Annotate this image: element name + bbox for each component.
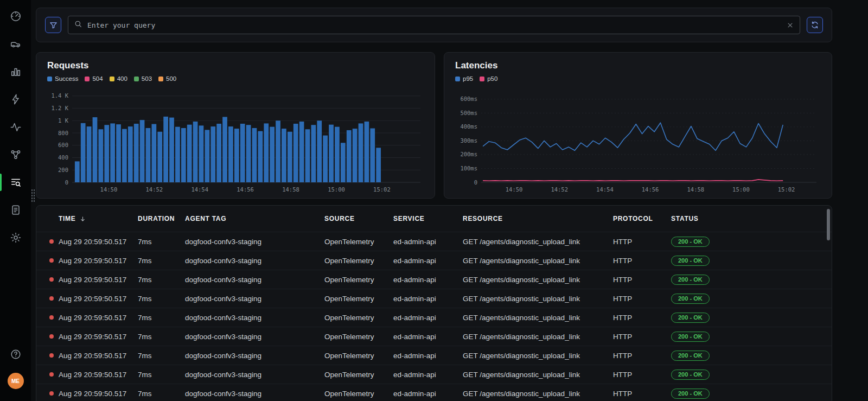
table-scrollbar[interactable] bbox=[827, 209, 830, 240]
legend-label: p50 bbox=[487, 75, 497, 82]
charts-row: Requests Success504400503500 1.4 K1.2 K1… bbox=[36, 52, 832, 199]
table-row[interactable]: Aug 29 20:59:50.5177msdogfood-confv3-sta… bbox=[36, 289, 832, 308]
clear-query-button[interactable] bbox=[786, 21, 794, 29]
cell-value: ed-admin-api bbox=[393, 333, 436, 341]
cell-value: GET /agents/diagnostic_upload_link bbox=[463, 333, 580, 341]
table-row[interactable]: Aug 29 20:59:50.5177msdogfood-confv3-sta… bbox=[36, 251, 832, 270]
column-header-source[interactable]: SOURCE bbox=[324, 215, 393, 222]
cell-value: 7ms bbox=[138, 314, 152, 322]
legend-item-503[interactable]: 503 bbox=[134, 75, 152, 82]
sidebar-item-activity[interactable] bbox=[0, 119, 31, 135]
sidebar-item-gear[interactable] bbox=[0, 230, 31, 245]
sidebar-item-vehicle[interactable] bbox=[0, 36, 31, 52]
service-map-icon bbox=[10, 149, 22, 161]
column-header-protocol[interactable]: PROTOCOL bbox=[613, 215, 671, 222]
table-row[interactable]: Aug 29 20:59:50.5177msdogfood-confv3-sta… bbox=[36, 232, 832, 251]
svg-text:1.4 K: 1.4 K bbox=[51, 92, 68, 99]
requests-legend: Success504400503500 bbox=[47, 75, 424, 82]
sidebar-item-bar-chart[interactable] bbox=[0, 64, 31, 79]
requests-chart[interactable]: 1.4 K1.2 K1 K800600400200014:5014:5214:5… bbox=[47, 87, 425, 195]
requests-chart-panel: Requests Success504400503500 1.4 K1.2 K1… bbox=[36, 52, 435, 199]
sidebar-item-gauge[interactable] bbox=[0, 9, 31, 24]
legend-item-p95[interactable]: p95 bbox=[455, 75, 473, 82]
table-row[interactable]: Aug 29 20:59:50.5177msdogfood-confv3-sta… bbox=[36, 365, 832, 384]
filter-icon bbox=[49, 21, 58, 30]
table-row[interactable]: Aug 29 20:59:50.5177msdogfood-confv3-sta… bbox=[36, 384, 832, 401]
cell-value: HTTP bbox=[613, 390, 632, 398]
requests-chart-title: Requests bbox=[47, 60, 424, 71]
status-badge: 200 - OK bbox=[671, 294, 710, 304]
status-badge: 200 - OK bbox=[671, 313, 710, 323]
sidebar-item-help[interactable] bbox=[0, 347, 31, 362]
logs-icon bbox=[10, 204, 22, 216]
svg-text:200: 200 bbox=[58, 167, 68, 173]
status-dot bbox=[49, 391, 54, 396]
gear-icon bbox=[10, 232, 22, 244]
table-row[interactable]: Aug 29 20:59:50.5177msdogfood-confv3-sta… bbox=[36, 346, 832, 365]
legend-item-p50[interactable]: p50 bbox=[480, 75, 497, 82]
legend-item-500[interactable]: 500 bbox=[158, 75, 176, 82]
cell-time: Aug 29 20:59:50.517 bbox=[59, 276, 126, 284]
table-body: Aug 29 20:59:50.5177msdogfood-confv3-sta… bbox=[36, 232, 832, 401]
refresh-button[interactable] bbox=[807, 17, 823, 33]
latencies-chart-panel: Latencies p95p50 600ms500ms400ms300ms200… bbox=[444, 52, 832, 199]
column-header-service[interactable]: SERVICE bbox=[393, 215, 463, 222]
cell-value: GET /agents/diagnostic_upload_link bbox=[463, 352, 580, 360]
table-row[interactable]: Aug 29 20:59:50.5177msdogfood-confv3-sta… bbox=[36, 327, 832, 346]
svg-text:14:50: 14:50 bbox=[506, 186, 523, 193]
sidebar-item-logs[interactable] bbox=[0, 202, 31, 218]
cell-value: OpenTelemetry bbox=[324, 257, 374, 265]
app-window: ME Requests Succe bbox=[0, 0, 868, 401]
legend-item-504[interactable]: 504 bbox=[85, 75, 103, 82]
status-badge: 200 - OK bbox=[671, 370, 710, 380]
bar-chart-icon bbox=[10, 66, 22, 78]
query-bar bbox=[36, 8, 832, 42]
cell-value: GET /agents/diagnostic_upload_link bbox=[463, 276, 580, 284]
legend-item-success[interactable]: Success bbox=[47, 75, 78, 82]
filter-button[interactable] bbox=[45, 17, 61, 33]
cell-value: HTTP bbox=[613, 352, 632, 360]
sidebar-item-lightning[interactable] bbox=[0, 92, 31, 107]
cell-time: Aug 29 20:59:50.517 bbox=[59, 333, 126, 341]
column-header-time[interactable]: TIME bbox=[49, 215, 138, 222]
sidebar-item-traces[interactable] bbox=[0, 175, 31, 190]
svg-text:800: 800 bbox=[58, 130, 68, 136]
table-row[interactable]: Aug 29 20:59:50.5177msdogfood-confv3-sta… bbox=[36, 270, 832, 289]
legend-item-400[interactable]: 400 bbox=[110, 75, 127, 82]
column-header-status[interactable]: STATUS bbox=[671, 215, 821, 222]
svg-text:500ms: 500ms bbox=[460, 110, 477, 116]
svg-text:15:00: 15:00 bbox=[328, 186, 345, 193]
query-input[interactable] bbox=[87, 21, 781, 29]
avatar[interactable]: ME bbox=[8, 373, 24, 389]
cell-value: OpenTelemetry bbox=[324, 352, 374, 360]
svg-text:14:50: 14:50 bbox=[100, 186, 118, 193]
cell-value: HTTP bbox=[613, 314, 632, 322]
latencies-chart[interactable]: 600ms500ms400ms300ms200ms100ms014:5014:5… bbox=[455, 87, 822, 195]
column-header-agent-tag[interactable]: AGENT TAG bbox=[185, 215, 324, 222]
latencies-legend: p95p50 bbox=[455, 75, 821, 82]
vehicle-icon bbox=[10, 38, 22, 50]
cell-value: ed-admin-api bbox=[393, 371, 436, 379]
legend-label: 503 bbox=[142, 75, 152, 82]
cell-value: ed-admin-api bbox=[393, 352, 436, 360]
status-badge: 200 - OK bbox=[671, 256, 710, 266]
sidebar-item-service-map[interactable] bbox=[0, 147, 31, 162]
cell-value: 7ms bbox=[138, 238, 152, 246]
gauge-icon bbox=[10, 10, 22, 22]
status-badge: 200 - OK bbox=[671, 332, 710, 342]
column-header-duration[interactable]: DURATION bbox=[138, 215, 185, 222]
status-dot bbox=[49, 258, 54, 263]
cell-value: ed-admin-api bbox=[393, 238, 436, 246]
svg-text:600ms: 600ms bbox=[460, 96, 477, 102]
table-header: TIMEDURATIONAGENT TAGSOURCESERVICERESOUR… bbox=[36, 206, 832, 232]
cell-value: HTTP bbox=[613, 295, 632, 303]
cell-value: 7ms bbox=[138, 390, 152, 398]
cell-value: dogfood-confv3-staging bbox=[185, 295, 261, 303]
column-header-resource[interactable]: RESOURCE bbox=[463, 215, 613, 222]
legend-swatch bbox=[47, 77, 52, 81]
svg-text:600: 600 bbox=[58, 142, 68, 148]
status-dot bbox=[49, 334, 54, 339]
table-row[interactable]: Aug 29 20:59:50.5177msdogfood-confv3-sta… bbox=[36, 308, 832, 327]
svg-text:15:02: 15:02 bbox=[373, 186, 391, 193]
legend-label: 504 bbox=[92, 75, 103, 82]
